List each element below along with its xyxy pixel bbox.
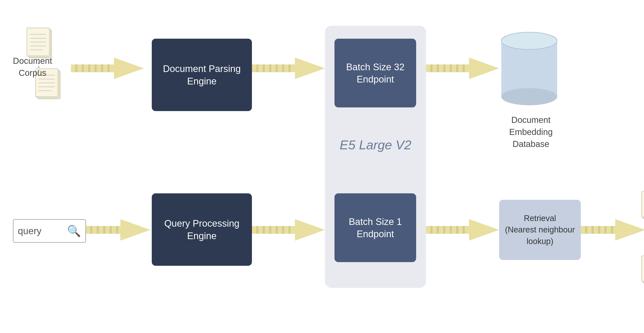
svg-rect-47: [103, 226, 105, 234]
svg-point-41: [501, 88, 557, 105]
svg-rect-62: [443, 226, 446, 234]
query-processing-engine-box: Query ProcessingEngine: [152, 193, 252, 266]
svg-marker-31: [295, 57, 325, 79]
arrow-e5-to-retrieval: [426, 219, 499, 242]
output-doc1-icon: [640, 189, 644, 221]
svg-marker-73: [615, 219, 644, 241]
svg-rect-20: [94, 64, 97, 72]
svg-marker-50: [120, 219, 150, 241]
svg-rect-70: [598, 226, 600, 234]
output-dock-icon: [640, 254, 644, 286]
svg-rect-55: [276, 226, 278, 234]
svg-rect-72: [611, 226, 613, 234]
batch-size-1-box: Batch Size 1Endpoint: [334, 193, 416, 262]
search-icon: 🔍: [67, 225, 81, 238]
svg-rect-49: [116, 226, 118, 234]
svg-rect-68: [585, 226, 587, 234]
svg-rect-19: [88, 64, 90, 72]
arrow-parsing-to-e5-top: [252, 57, 325, 80]
svg-rect-30: [288, 64, 290, 72]
svg-rect-37: [456, 64, 458, 72]
svg-rect-61: [437, 226, 439, 234]
svg-rect-38: [462, 64, 465, 72]
arrow-qpe-to-e5: [252, 219, 325, 242]
svg-rect-28: [276, 64, 278, 72]
svg-rect-52: [256, 226, 258, 234]
svg-rect-60: [430, 226, 432, 234]
svg-rect-25: [256, 64, 258, 72]
svg-rect-21: [101, 64, 103, 72]
e5-label: E5 Large V2: [330, 137, 421, 152]
retrieval-box: Retrieval(Nearest neighbourlookup): [499, 200, 581, 260]
svg-rect-71: [604, 226, 606, 234]
arrow-e5-to-db: [426, 57, 499, 80]
svg-rect-34: [437, 64, 439, 72]
batch-size-32-box: Batch Size 32Endpoint: [334, 39, 416, 107]
svg-rect-63: [450, 226, 452, 234]
svg-rect-84: [642, 256, 644, 282]
arrow-query-to-engine: [86, 219, 150, 242]
svg-rect-36: [450, 64, 452, 72]
query-input-box[interactable]: query 🔍: [13, 219, 86, 243]
doc-embedding-db-label: DocumentEmbeddingDatabase: [503, 114, 559, 150]
diagram-container: ⋮ DocumentCorpus Document ParsingEngine: [0, 0, 644, 333]
query-text: query: [18, 226, 42, 236]
svg-marker-39: [469, 57, 499, 79]
arrow-retrieval-to-docs: [581, 219, 644, 242]
svg-marker-58: [295, 219, 325, 241]
svg-rect-29: [282, 64, 284, 72]
svg-rect-27: [269, 64, 271, 72]
document-parsing-engine-box: Document ParsingEngine: [152, 39, 252, 111]
document-corpus-label: DocumentCorpus: [13, 55, 52, 79]
document-embedding-database: [499, 28, 559, 110]
svg-rect-54: [269, 226, 271, 234]
svg-rect-48: [110, 226, 112, 234]
svg-rect-17: [75, 64, 78, 72]
svg-rect-46: [97, 226, 99, 234]
svg-rect-33: [430, 64, 432, 72]
svg-rect-69: [592, 226, 594, 234]
svg-rect-56: [282, 226, 284, 234]
svg-rect-26: [263, 64, 265, 72]
svg-rect-45: [90, 226, 92, 234]
svg-marker-23: [114, 57, 144, 79]
svg-rect-76: [642, 191, 644, 217]
svg-rect-18: [82, 64, 84, 72]
svg-rect-35: [443, 64, 446, 72]
arrow-corpus-to-parsing: [71, 57, 144, 80]
svg-rect-22: [108, 64, 110, 72]
svg-rect-64: [456, 226, 458, 234]
svg-rect-57: [288, 226, 290, 234]
svg-rect-65: [462, 226, 465, 234]
svg-marker-66: [469, 219, 499, 241]
svg-rect-53: [263, 226, 265, 234]
